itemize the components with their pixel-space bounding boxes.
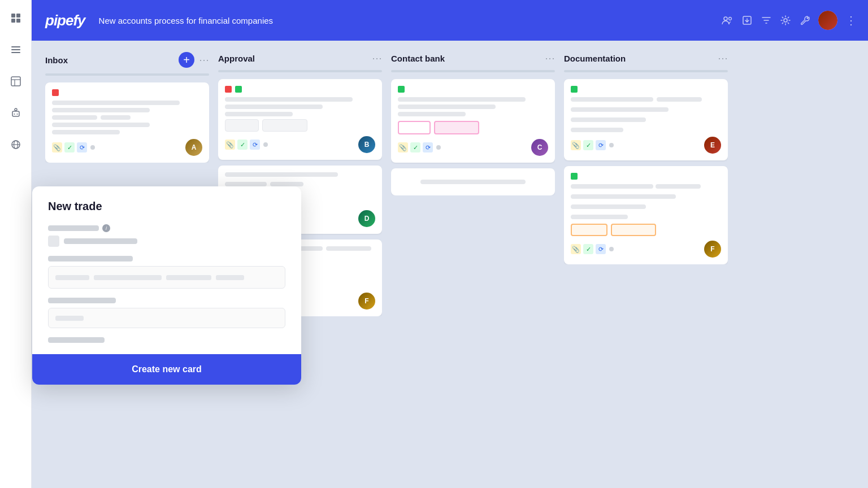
tag-green (571, 86, 578, 93)
sidebar-item-grid[interactable] (7, 9, 25, 27)
attachment-icon: 📎 (398, 142, 408, 152)
small-input[interactable] (48, 308, 285, 328)
card-content-lines (52, 101, 202, 134)
card-content-lines (398, 97, 548, 116)
card-content-lines (225, 97, 375, 132)
card-footer: 📎 ✓ ⟳ F (571, 241, 721, 258)
content-line (225, 172, 338, 177)
sidebar-item-table[interactable] (7, 72, 25, 90)
content-line (571, 184, 653, 189)
content-line (52, 130, 120, 134)
column-inbox-cards: 📎 ✓ ⟳ A (45, 82, 209, 163)
avatar: E (704, 137, 721, 154)
dot-indicator (90, 145, 95, 150)
card-tags (225, 86, 375, 93)
column-documentation-menu-icon[interactable]: ⋯ (718, 52, 728, 64)
svg-point-13 (14, 114, 15, 115)
card-badge (262, 119, 307, 132)
svg-point-11 (15, 108, 17, 111)
header-title: New accounts process for financial compa… (99, 16, 273, 25)
sync-icon: ⟳ (250, 140, 260, 150)
column-documentation-bar (564, 70, 728, 72)
table-row: 📎 ✓ ⟳ E (564, 79, 728, 160)
info-icon: i (102, 224, 110, 232)
table-row: 📎 ✓ ⟳ C (391, 79, 555, 163)
card-badge (225, 119, 259, 132)
sidebar-item-list[interactable] (7, 41, 25, 59)
column-documentation-cards: 📎 ✓ ⟳ E (564, 79, 728, 264)
settings-icon[interactable] (780, 15, 791, 26)
content-line (270, 182, 303, 186)
content-line (225, 104, 323, 109)
card-footer-icons: 📎 ✓ ⟳ (225, 140, 268, 150)
card-tags (52, 89, 202, 96)
create-new-card-button[interactable]: Create new card (132, 364, 202, 374)
svg-point-14 (16, 114, 18, 115)
extra-label (48, 337, 105, 343)
content-line (571, 215, 628, 219)
column-documentation-title: Documentation (564, 54, 713, 63)
dot-indicator (263, 142, 268, 147)
tag-red (225, 86, 232, 93)
card-footer: 📎 ✓ ⟳ B (225, 136, 375, 153)
table-row (391, 168, 555, 195)
check-icon: ✓ (237, 140, 248, 150)
table-row: 📎 ✓ ⟳ A (45, 82, 209, 163)
placeholder-bar (55, 275, 89, 280)
content-line (657, 97, 702, 102)
attachment-icon: 📎 (571, 244, 581, 254)
card-tags (571, 173, 721, 180)
card-footer: 📎 ✓ ⟳ C (398, 139, 548, 156)
card-content-lines (571, 97, 721, 132)
column-contact-bank-menu-icon[interactable]: ⋯ (545, 52, 555, 64)
avatar: B (358, 136, 375, 153)
column-inbox-menu-icon[interactable]: ⋯ (199, 54, 209, 66)
card-footer-icons: 📎 ✓ ⟳ (52, 142, 95, 152)
avatar: A (185, 139, 202, 156)
sync-icon: ⟳ (423, 142, 433, 152)
card-content-lines (571, 184, 721, 219)
modal-body: New trade i (32, 186, 301, 354)
avatar: C (531, 139, 548, 156)
column-approval-header: Approval ⋯ (218, 52, 382, 64)
sync-icon: ⟳ (596, 244, 606, 254)
modal-title: New trade (48, 200, 285, 213)
sidebar-item-globe[interactable] (7, 136, 25, 154)
column-approval-bar (218, 70, 382, 72)
table-row: 📎 ✓ ⟳ B (218, 79, 382, 160)
users-icon[interactable] (721, 14, 734, 27)
form-field-3 (48, 298, 285, 328)
text-input[interactable] (48, 266, 285, 289)
dot-indicator (436, 145, 441, 150)
filter-icon[interactable] (761, 15, 772, 26)
content-line (571, 128, 623, 132)
column-inbox-header: Inbox + ⋯ (45, 52, 209, 68)
user-avatar[interactable] (818, 11, 837, 30)
column-approval-menu-icon[interactable]: ⋯ (372, 52, 382, 64)
form-field-2 (48, 256, 285, 289)
attachment-icon: 📎 (225, 140, 235, 150)
more-icon[interactable]: ⋮ (845, 14, 857, 27)
column-inbox-bar (45, 73, 209, 76)
modal-footer: Create new card (32, 354, 301, 385)
placeholder-bar (94, 275, 162, 280)
svg-point-19 (729, 18, 732, 20)
sidebar-item-bot[interactable] (7, 104, 25, 122)
attachment-icon: 📎 (52, 142, 62, 152)
svg-rect-3 (16, 19, 20, 23)
dot-indicator (609, 247, 614, 251)
card-footer-icons: 📎 ✓ ⟳ (571, 140, 614, 150)
tag-green (571, 173, 578, 180)
column-documentation: Documentation ⋯ (564, 52, 728, 477)
content-line (398, 97, 526, 102)
field-label-row: i (48, 224, 285, 232)
column-inbox-add-button[interactable]: + (179, 52, 194, 68)
import-icon[interactable] (741, 15, 753, 26)
badge-pink-filled (434, 121, 479, 134)
tag-green (398, 86, 405, 93)
tag-red (52, 89, 59, 96)
avatar: D (358, 210, 375, 227)
wrench-icon[interactable] (799, 15, 810, 26)
check-icon: ✓ (64, 142, 75, 152)
column-approval-title: Approval (218, 54, 367, 63)
